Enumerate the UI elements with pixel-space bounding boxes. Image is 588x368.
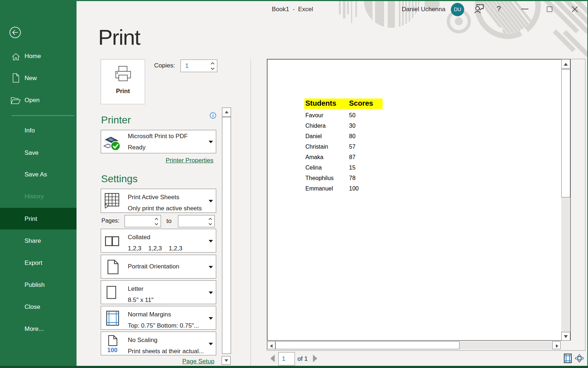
- svg-text:100: 100: [107, 347, 117, 353]
